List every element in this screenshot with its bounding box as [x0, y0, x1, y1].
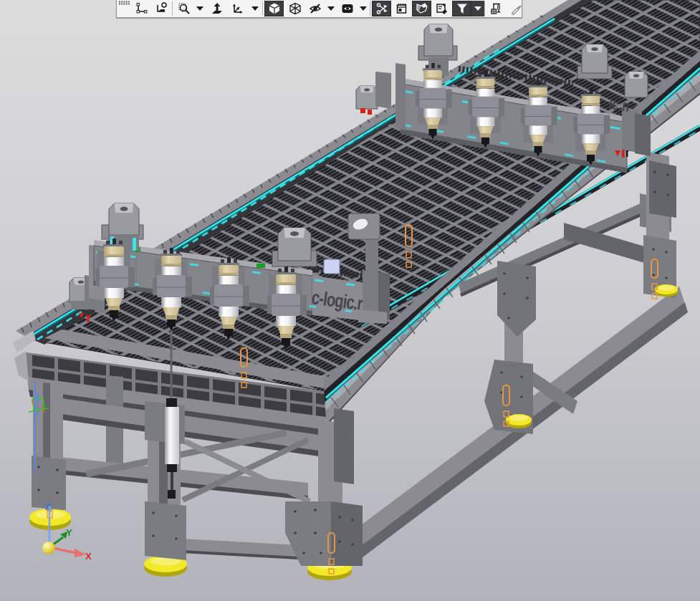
svg-text:Y: Y — [66, 527, 72, 538]
svg-text:Z: Z — [45, 501, 51, 512]
svg-text:X: X — [85, 551, 92, 562]
svg-text:ic.п: ic.п — [608, 95, 631, 115]
